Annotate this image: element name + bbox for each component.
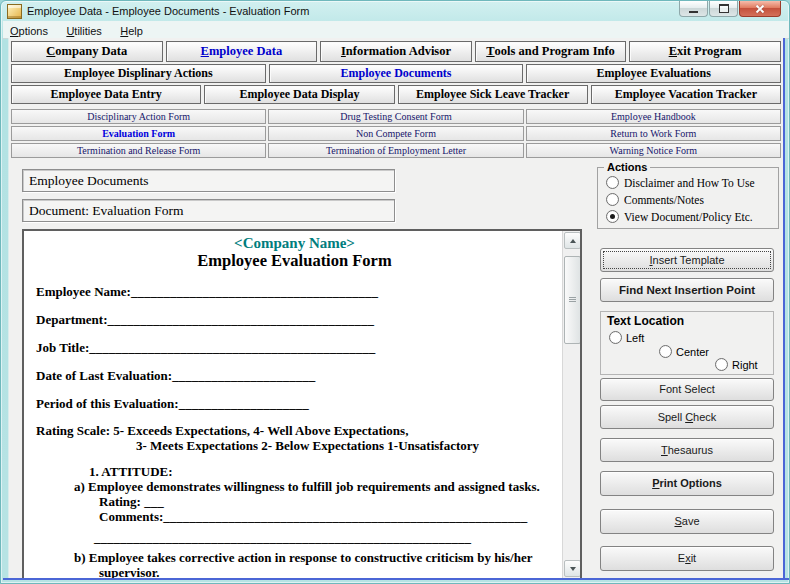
document-preview-panel[interactable]: <Company Name> Employee Evaluation Form … (22, 229, 582, 580)
thumb-grip-icon (569, 297, 576, 303)
radio-left[interactable] (609, 331, 622, 344)
docnav-disciplinary-action-form[interactable]: Disciplinary Action Form (11, 109, 266, 124)
doc-line-comments-continuation: ________________________________________… (36, 530, 553, 545)
docnav-warning-notice-form[interactable]: Warning Notice Form (526, 143, 781, 158)
maximize-button[interactable] (709, 1, 738, 17)
tab-information-advisor[interactable]: Information Advisor (320, 41, 472, 62)
radio-center[interactable] (659, 345, 672, 358)
tab-exit-program[interactable]: Exit Program (629, 41, 781, 62)
radio-right-label: Right (732, 359, 758, 371)
radio-view-document[interactable] (606, 210, 619, 223)
close-icon (755, 4, 765, 14)
radio-row-right[interactable]: Right (715, 358, 758, 371)
actions-group: Actions Disclaimer and How To Use Commen… (597, 167, 779, 229)
document-content[interactable]: <Company Name> Employee Evaluation Form … (24, 231, 563, 578)
docnav-return-to-work-form[interactable]: Return to Work Form (526, 126, 781, 141)
tab-employee-evaluations[interactable]: Employee Evaluations (526, 64, 781, 83)
app-icon (7, 4, 22, 19)
maximize-icon (719, 4, 729, 13)
client-area: Company Data Employee Data Information A… (8, 38, 785, 578)
employee-tools-tab-row: Employee Data Entry Employee Data Displa… (11, 85, 781, 104)
close-button[interactable] (739, 1, 781, 17)
doc-line-rating-a: Rating: ___ (36, 494, 553, 509)
main-tab-row: Company Data Employee Data Information A… (11, 41, 781, 62)
docnav-employee-handbook[interactable]: Employee Handbook (526, 109, 781, 124)
doc-line-employee-name: Employee Name:__________________________… (36, 284, 553, 299)
doc-line-rating-scale-2: 3- Meets Expectations 2- Below Expectati… (36, 438, 553, 453)
docnav-non-compete-form[interactable]: Non Compete Form (268, 126, 523, 141)
scrollbar-thumb[interactable] (564, 256, 581, 344)
doc-line-department: Department:_____________________________… (36, 312, 553, 327)
docnav-evaluation-form[interactable]: Evaluation Form (11, 126, 266, 141)
scroll-up-button[interactable] (564, 232, 581, 249)
window-bottom-border (3, 578, 789, 580)
tab-employee-vacation-tracker[interactable]: Employee Vacation Tracker (591, 85, 781, 104)
exit-button[interactable]: Exit (600, 546, 774, 571)
tab-employee-disciplinary-actions[interactable]: Employee Displinary Actions (11, 64, 266, 83)
radio-row-left[interactable]: Left (609, 331, 644, 344)
docnav-termination-and-release-form[interactable]: Termination and Release Form (11, 143, 266, 158)
doc-line-item-b: b) Employee takes corrective action in r… (36, 550, 553, 578)
radio-comments-notes-label: Comments/Notes (624, 194, 704, 206)
save-button[interactable]: Save (600, 509, 774, 534)
spell-check-button[interactable]: Spell Check (600, 405, 774, 429)
tab-employee-documents[interactable]: Employee Documents (269, 64, 524, 83)
radio-row-disclaimer[interactable]: Disclaimer and How To Use (606, 176, 755, 189)
window-controls (679, 1, 781, 17)
font-select-button[interactable]: Font Select (600, 378, 774, 401)
radio-row-view-document[interactable]: View Document/Policy Etc. (606, 210, 753, 223)
text-location-group: Text Location Left Center Right (600, 311, 774, 375)
tab-employee-data-entry[interactable]: Employee Data Entry (11, 85, 201, 104)
find-next-insertion-point-button[interactable]: Find Next Insertion Point (600, 278, 774, 302)
tab-employee-data-display[interactable]: Employee Data Display (204, 85, 394, 104)
doc-company-name: <Company Name> (36, 236, 553, 251)
doc-title: Employee Evaluation Form (36, 251, 553, 271)
tab-tools-program-info[interactable]: Tools and Program Info (475, 41, 627, 62)
document-scrollbar[interactable] (562, 231, 580, 578)
radio-row-comments[interactable]: Comments/Notes (606, 193, 704, 206)
radio-disclaimer-label: Disclaimer and How To Use (624, 177, 755, 189)
radio-left-label: Left (626, 332, 644, 344)
doc-line-item-a: a) Employee demonstrates willingness to … (36, 479, 553, 494)
tab-employee-data[interactable]: Employee Data (166, 41, 318, 62)
actions-group-title: Actions (604, 161, 650, 173)
employee-section-tab-row: Employee Displinary Actions Employee Doc… (11, 64, 781, 83)
radio-disclaimer[interactable] (606, 176, 619, 189)
doc-line-rating-scale: Rating Scale: 5- Exceeds Expectations, 4… (36, 423, 553, 438)
doc-line-comments-a: Comments:_______________________________… (36, 509, 553, 524)
minimize-icon (689, 11, 698, 13)
window-title: Employee Data - Employee Documents - Eva… (27, 1, 309, 21)
doc-line-period-evaluation: Period of this Evaluation:______________… (36, 396, 553, 411)
docnav-drug-testing-consent-form[interactable]: Drug Testing Consent Form (268, 109, 523, 124)
menu-bar: Options Utilities Help (3, 21, 789, 39)
document-nav-grid: Disciplinary Action Form Drug Testing Co… (11, 109, 781, 158)
doc-line-date-last-evaluation: Date of Last Evaluation:________________… (36, 368, 553, 383)
document-name-field: Document: Evaluation Form (22, 199, 395, 222)
doc-line-attitude-heading: 1. ATTITUDE: (36, 464, 553, 479)
arrow-down-icon (570, 567, 576, 571)
scroll-down-button[interactable] (564, 560, 581, 577)
arrow-up-icon (570, 239, 576, 243)
category-field: Employee Documents (22, 169, 395, 192)
text-location-title: Text Location (607, 314, 684, 328)
tab-employee-sick-leave-tracker[interactable]: Employee Sick Leave Tracker (398, 85, 588, 104)
title-bar[interactable]: Employee Data - Employee Documents - Eva… (1, 1, 789, 21)
radio-right[interactable] (715, 358, 728, 371)
docnav-termination-of-employment-letter[interactable]: Termination of Employment Letter (268, 143, 523, 158)
thesaurus-button[interactable]: Thesaurus (600, 438, 774, 462)
app-window: Employee Data - Employee Documents - Eva… (0, 0, 790, 584)
print-options-button[interactable]: Print Options (600, 471, 774, 496)
doc-line-job-title: Job Title:______________________________… (36, 340, 553, 355)
minimize-button[interactable] (679, 1, 708, 17)
tab-company-data[interactable]: Company Data (11, 41, 163, 62)
radio-row-center[interactable]: Center (659, 345, 709, 358)
radio-view-document-label: View Document/Policy Etc. (624, 211, 753, 223)
insert-template-button[interactable]: Insert Template (600, 248, 774, 272)
radio-comments-notes[interactable] (606, 193, 619, 206)
radio-center-label: Center (676, 346, 709, 358)
